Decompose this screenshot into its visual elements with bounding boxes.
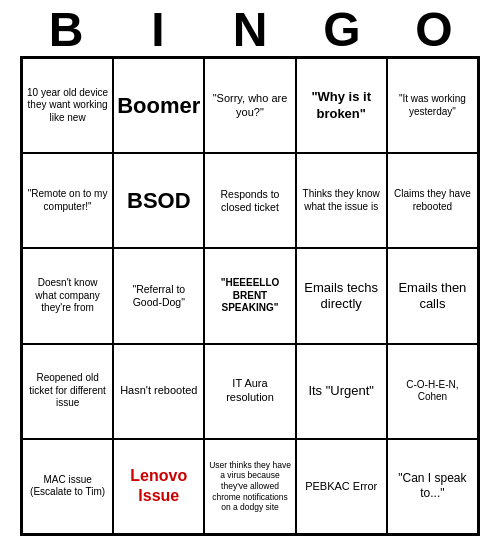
cell-13: Emails techs directly bbox=[296, 248, 387, 343]
cell-23: PEBKAC Error bbox=[296, 439, 387, 534]
cell-2: "Sorry, who are you?" bbox=[204, 58, 295, 153]
cell-16: Hasn't rebooted bbox=[113, 344, 204, 439]
cell-3: "Why is it broken" bbox=[296, 58, 387, 153]
cell-0: 10 year old device they want working lik… bbox=[22, 58, 113, 153]
cell-17: IT Aura resolution bbox=[204, 344, 295, 439]
cell-24: "Can I speak to..." bbox=[387, 439, 478, 534]
cell-4: "It was working yesterday" bbox=[387, 58, 478, 153]
cell-8: Thinks they know what the issue is bbox=[296, 153, 387, 248]
letter-n: N bbox=[220, 6, 280, 54]
cell-15: Reopened old ticket for different issue bbox=[22, 344, 113, 439]
cell-22: User thinks they have a virus because th… bbox=[204, 439, 295, 534]
bingo-title-row: B I N G O bbox=[20, 0, 480, 56]
cell-19: C-O-H-E-N, Cohen bbox=[387, 344, 478, 439]
bingo-grid: 10 year old device they want working lik… bbox=[20, 56, 480, 536]
letter-g: G bbox=[312, 6, 372, 54]
letter-o: O bbox=[404, 6, 464, 54]
cell-12: "HEEEELLO BRENT SPEAKING" bbox=[204, 248, 295, 343]
cell-5: "Remote on to my computer!" bbox=[22, 153, 113, 248]
cell-20: MAC issue (Escalate to Tim) bbox=[22, 439, 113, 534]
cell-10: Doesn't know what company they're from bbox=[22, 248, 113, 343]
cell-9: Claims they have rebooted bbox=[387, 153, 478, 248]
cell-21: Lenovo Issue bbox=[113, 439, 204, 534]
cell-6: BSOD bbox=[113, 153, 204, 248]
letter-b: B bbox=[36, 6, 96, 54]
cell-7: Responds to closed ticket bbox=[204, 153, 295, 248]
cell-18: Its "Urgent" bbox=[296, 344, 387, 439]
cell-14: Emails then calls bbox=[387, 248, 478, 343]
cell-1: Boomer bbox=[113, 58, 204, 153]
letter-i: I bbox=[128, 6, 188, 54]
cell-11: "Referral to Good-Dog" bbox=[113, 248, 204, 343]
